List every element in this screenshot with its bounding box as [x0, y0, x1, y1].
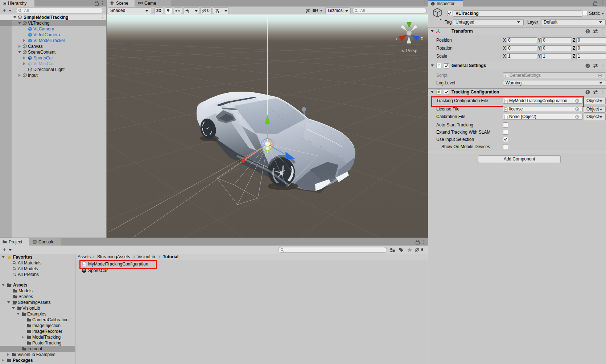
svg-text:#: # [437, 90, 440, 94]
svg-text:?: ? [587, 64, 589, 68]
svg-text:⋖ Persp: ⋖ Persp [401, 48, 417, 53]
svg-text:y: y [408, 17, 409, 21]
svg-text:?: ? [587, 91, 589, 94]
svg-text:#: # [505, 74, 507, 78]
svg-text:#: # [437, 63, 440, 68]
svg-text:?: ? [587, 30, 589, 33]
svg-text:x: x [396, 37, 397, 41]
svg-text:z: z [421, 36, 423, 40]
